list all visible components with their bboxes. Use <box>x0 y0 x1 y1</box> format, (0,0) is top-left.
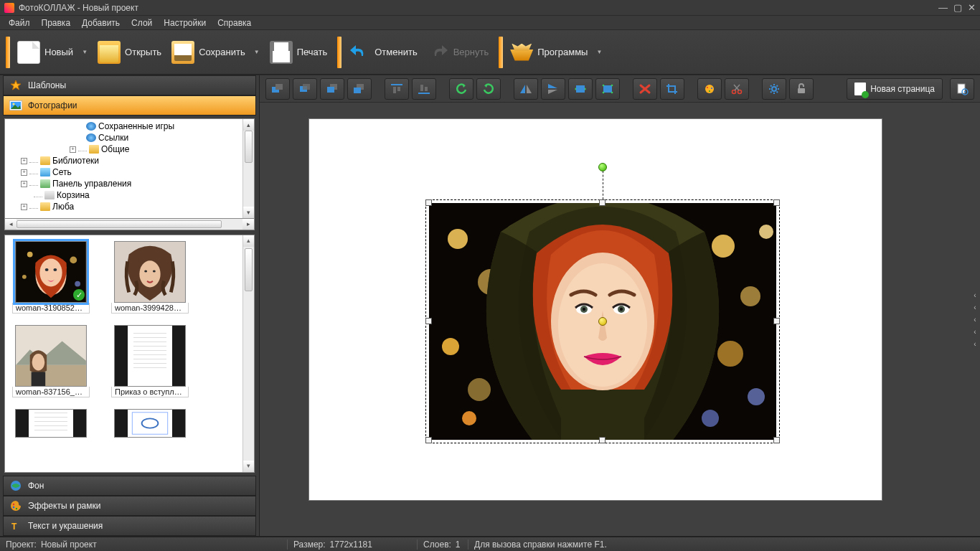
thumbnail-image[interactable] <box>15 241 87 303</box>
tab-text[interactable]: T Текст и украшения <box>3 516 256 536</box>
window-maximize-icon[interactable]: ▢ <box>953 2 962 13</box>
flip-vertical-button[interactable] <box>541 78 565 100</box>
page-settings-button[interactable] <box>950 78 974 100</box>
fit-height-button[interactable] <box>595 78 620 100</box>
resize-handle-e[interactable] <box>773 318 780 324</box>
selected-photo-object[interactable] <box>429 203 776 440</box>
cut-button[interactable] <box>725 78 749 100</box>
crop-button[interactable] <box>660 78 684 100</box>
align-top-button[interactable] <box>385 78 409 100</box>
thumbnail-item[interactable]: Приказ о вступл… <box>111 325 189 397</box>
undo-button[interactable]: Отменить <box>346 37 424 68</box>
layer-backward-button[interactable] <box>293 78 317 100</box>
scrollbar-thumb[interactable] <box>245 131 253 163</box>
menu-settings[interactable]: Настройки <box>158 17 212 29</box>
print-button[interactable]: Печать <box>267 37 335 68</box>
status-help-hint: Для вызова справки нажмите F1. <box>474 540 607 550</box>
resize-handle-n[interactable] <box>599 199 606 206</box>
tab-background[interactable]: Фон <box>3 476 256 496</box>
dropdown-icon: ▼ <box>82 49 88 55</box>
svg-marker-49 <box>548 84 557 88</box>
thumbnail-image[interactable] <box>15 409 87 438</box>
anchor-point-handle[interactable] <box>598 317 607 326</box>
resize-handle-sw[interactable] <box>425 437 432 443</box>
scroll-down-icon[interactable]: ▾ <box>243 207 254 218</box>
programs-button[interactable]: Программы ▼ <box>507 37 609 68</box>
thumbnail-item[interactable] <box>12 409 90 438</box>
resize-handle-ne[interactable] <box>773 199 780 206</box>
menu-edit[interactable]: Правка <box>36 17 77 29</box>
expand-icon[interactable]: + <box>21 204 27 210</box>
right-flyout-handles[interactable]: ‹ ‹ ‹ ‹ ‹ <box>970 103 980 536</box>
thumbnail-item[interactable]: woman-837156_6… <box>12 325 90 397</box>
scroll-up-icon[interactable]: ▴ <box>243 119 254 131</box>
delete-button[interactable] <box>633 78 657 100</box>
tab-photos[interactable]: Фотографии <box>3 95 256 116</box>
settings-button[interactable] <box>762 78 786 100</box>
resize-handle-w[interactable] <box>425 318 432 324</box>
layer-forward-button[interactable] <box>320 78 344 100</box>
window-minimize-icon[interactable]: — <box>938 2 948 13</box>
svg-point-55 <box>603 91 605 93</box>
expand-icon[interactable]: + <box>70 146 76 153</box>
svg-rect-41 <box>397 87 400 91</box>
canvas-stage[interactable]: ‹ ‹ ‹ ‹ ‹ <box>260 103 980 536</box>
left-panel: Шаблоны Фотографии Сохраненные игры Ссыл… <box>0 75 260 536</box>
scroll-right-icon[interactable]: ▸ <box>242 219 254 230</box>
resize-handle-s[interactable] <box>599 437 606 443</box>
window-close-icon[interactable]: ✕ <box>968 2 976 13</box>
layer-front-button[interactable] <box>347 78 372 100</box>
svg-point-56 <box>611 91 613 93</box>
chevron-left-icon[interactable]: ‹ <box>970 291 980 299</box>
thumbnail-image[interactable] <box>114 409 186 438</box>
layer-back-button[interactable] <box>265 78 290 100</box>
folder-tree[interactable]: Сохраненные игры Ссылки +Общие +Библиоте… <box>4 118 255 219</box>
tree-vertical-scrollbar[interactable]: ▴ ▾ <box>242 119 254 218</box>
menu-layer[interactable]: Слой <box>126 17 158 29</box>
lock-button[interactable] <box>789 78 814 100</box>
expand-icon[interactable]: + <box>21 158 27 164</box>
menubar: Файл Правка Добавить Слой Настройки Спра… <box>0 16 980 30</box>
expand-icon[interactable]: + <box>21 181 27 187</box>
chevron-left-icon[interactable]: ‹ <box>970 316 980 324</box>
fit-width-button[interactable] <box>568 78 593 100</box>
menu-add[interactable]: Добавить <box>76 17 126 29</box>
thumbnail-item[interactable]: woman-3999428_… <box>111 241 189 314</box>
svg-point-29 <box>16 508 17 509</box>
rotation-handle[interactable] <box>598 163 607 171</box>
thumbnail-image[interactable] <box>15 325 87 387</box>
svg-rect-39 <box>391 84 402 85</box>
menu-file[interactable]: Файл <box>3 17 36 29</box>
thumbnail-item[interactable]: woman-3190852_… <box>12 241 90 314</box>
align-bottom-button[interactable] <box>412 78 436 100</box>
save-button[interactable]: Сохранить ▼ <box>169 37 267 68</box>
thumbnail-image[interactable] <box>114 325 186 387</box>
scroll-left-icon[interactable]: ◂ <box>5 219 17 230</box>
thumbnail-scrollbar[interactable] <box>242 235 254 472</box>
open-button[interactable]: Открыть <box>95 37 169 68</box>
chevron-left-icon[interactable]: ‹ <box>970 303 980 311</box>
color-effects-button[interactable] <box>697 78 722 100</box>
status-project-value: Новый проект <box>41 540 97 550</box>
tree-horizontal-scrollbar[interactable]: ◂ ▸ <box>4 219 255 230</box>
rotate-ccw-button[interactable] <box>449 78 473 100</box>
svg-rect-32 <box>275 84 283 90</box>
new-button[interactable]: Новый ▼ <box>14 37 95 68</box>
new-page-button[interactable]: Новая страница <box>847 78 943 100</box>
expand-icon[interactable]: + <box>21 169 27 176</box>
redo-button[interactable]: Вернуть <box>425 37 496 68</box>
tab-templates[interactable]: Шаблоны <box>3 75 256 95</box>
resize-handle-se[interactable] <box>773 437 780 443</box>
chevron-left-icon[interactable]: ‹ <box>970 340 980 348</box>
chevron-left-icon[interactable]: ‹ <box>970 328 980 336</box>
thumbnail-item[interactable] <box>111 409 189 438</box>
rotate-cw-button[interactable] <box>476 78 501 100</box>
star-icon <box>9 79 22 92</box>
tab-effects[interactable]: Эффекты и рамки <box>3 496 256 516</box>
scrollbar-thumb[interactable] <box>17 219 242 230</box>
flip-horizontal-button[interactable] <box>514 78 538 100</box>
thumbnail-image[interactable] <box>114 241 186 303</box>
resize-handle-nw[interactable] <box>425 199 432 206</box>
scrollbar-thumb[interactable] <box>245 248 253 291</box>
menu-help[interactable]: Справка <box>212 17 257 29</box>
